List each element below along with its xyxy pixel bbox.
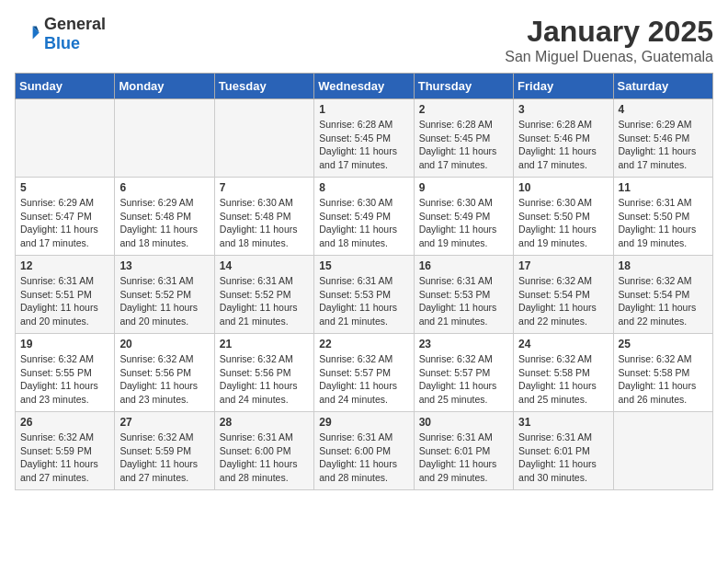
calendar-cell: 5Sunrise: 6:29 AM Sunset: 5:47 PM Daylig… (16, 178, 115, 256)
day-info: Sunrise: 6:31 AM Sunset: 5:52 PM Dayligh… (119, 274, 209, 328)
day-number: 28 (220, 416, 309, 429)
day-number: 10 (518, 181, 608, 194)
calendar-cell: 26Sunrise: 6:32 AM Sunset: 5:59 PM Dayli… (16, 412, 115, 490)
calendar-cell: 23Sunrise: 6:32 AM Sunset: 5:57 PM Dayli… (414, 334, 513, 412)
day-info: Sunrise: 6:31 AM Sunset: 6:00 PM Dayligh… (319, 431, 408, 485)
title-area: January 2025 San Miguel Duenas, Guatemal… (505, 15, 713, 65)
day-info: Sunrise: 6:31 AM Sunset: 6:01 PM Dayligh… (419, 431, 508, 485)
day-number: 13 (119, 259, 209, 272)
day-number: 3 (518, 103, 608, 116)
month-title: January 2025 (505, 15, 713, 49)
day-number: 21 (220, 338, 309, 350)
day-info: Sunrise: 6:32 AM Sunset: 5:54 PM Dayligh… (518, 274, 608, 328)
day-info: Sunrise: 6:28 AM Sunset: 5:45 PM Dayligh… (319, 118, 408, 172)
week-row-2: 5Sunrise: 6:29 AM Sunset: 5:47 PM Daylig… (16, 178, 713, 256)
day-info: Sunrise: 6:32 AM Sunset: 5:54 PM Dayligh… (619, 274, 708, 328)
day-info: Sunrise: 6:32 AM Sunset: 5:59 PM Dayligh… (119, 431, 209, 485)
calendar-cell: 20Sunrise: 6:32 AM Sunset: 5:56 PM Dayli… (115, 334, 214, 412)
day-info: Sunrise: 6:31 AM Sunset: 5:50 PM Dayligh… (619, 196, 708, 250)
calendar-cell: 7Sunrise: 6:30 AM Sunset: 5:48 PM Daylig… (214, 178, 313, 256)
day-number: 9 (419, 181, 508, 194)
day-info: Sunrise: 6:30 AM Sunset: 5:49 PM Dayligh… (419, 196, 508, 250)
day-header-wednesday: Wednesday (314, 74, 414, 99)
week-row-4: 19Sunrise: 6:32 AM Sunset: 5:55 PM Dayli… (16, 334, 713, 412)
day-info: Sunrise: 6:29 AM Sunset: 5:46 PM Dayligh… (619, 118, 708, 172)
day-info: Sunrise: 6:32 AM Sunset: 5:56 PM Dayligh… (220, 352, 309, 407)
day-info: Sunrise: 6:29 AM Sunset: 5:48 PM Dayligh… (119, 196, 209, 250)
calendar-cell: 10Sunrise: 6:30 AM Sunset: 5:50 PM Dayli… (514, 178, 613, 256)
day-number: 14 (220, 259, 309, 272)
calendar-cell (613, 412, 712, 490)
day-header-thursday: Thursday (414, 74, 513, 99)
logo: General Blue (15, 15, 106, 53)
calendar-cell: 18Sunrise: 6:32 AM Sunset: 5:54 PM Dayli… (613, 256, 712, 334)
day-header-saturday: Saturday (613, 74, 712, 99)
day-info: Sunrise: 6:32 AM Sunset: 5:58 PM Dayligh… (619, 352, 708, 407)
day-number: 23 (419, 338, 508, 350)
calendar-cell: 6Sunrise: 6:29 AM Sunset: 5:48 PM Daylig… (115, 178, 214, 256)
calendar-cell: 8Sunrise: 6:30 AM Sunset: 5:49 PM Daylig… (314, 178, 414, 256)
day-info: Sunrise: 6:31 AM Sunset: 5:52 PM Dayligh… (220, 274, 309, 328)
day-number: 12 (20, 259, 109, 272)
calendar-cell: 17Sunrise: 6:32 AM Sunset: 5:54 PM Dayli… (514, 256, 613, 334)
calendar-cell: 22Sunrise: 6:32 AM Sunset: 5:57 PM Dayli… (314, 334, 414, 412)
day-number: 17 (518, 259, 608, 272)
day-header-tuesday: Tuesday (214, 74, 313, 99)
day-info: Sunrise: 6:31 AM Sunset: 6:00 PM Dayligh… (220, 431, 309, 485)
day-number: 20 (119, 338, 209, 350)
calendar-cell: 29Sunrise: 6:31 AM Sunset: 6:00 PM Dayli… (314, 412, 414, 490)
calendar-cell: 3Sunrise: 6:28 AM Sunset: 5:46 PM Daylig… (514, 99, 613, 178)
day-number: 2 (419, 103, 508, 116)
day-number: 16 (419, 259, 508, 272)
day-info: Sunrise: 6:31 AM Sunset: 5:53 PM Dayligh… (319, 274, 408, 328)
calendar-cell: 14Sunrise: 6:31 AM Sunset: 5:52 PM Dayli… (214, 256, 313, 334)
calendar-cell (16, 99, 115, 178)
logo-general: General (44, 15, 106, 33)
calendar-cell: 31Sunrise: 6:31 AM Sunset: 6:01 PM Dayli… (514, 412, 613, 490)
day-number: 1 (319, 103, 408, 116)
day-info: Sunrise: 6:29 AM Sunset: 5:47 PM Dayligh… (20, 196, 109, 250)
week-row-3: 12Sunrise: 6:31 AM Sunset: 5:51 PM Dayli… (16, 256, 713, 334)
week-row-1: 1Sunrise: 6:28 AM Sunset: 5:45 PM Daylig… (16, 99, 713, 178)
page-header: General Blue January 2025 San Miguel Due… (15, 15, 713, 65)
calendar-cell: 16Sunrise: 6:31 AM Sunset: 5:53 PM Dayli… (414, 256, 513, 334)
day-info: Sunrise: 6:28 AM Sunset: 5:45 PM Dayligh… (419, 118, 508, 172)
day-info: Sunrise: 6:31 AM Sunset: 5:51 PM Dayligh… (20, 274, 109, 328)
logo-blue: Blue (44, 34, 80, 52)
day-info: Sunrise: 6:32 AM Sunset: 5:55 PM Dayligh… (20, 352, 109, 407)
day-number: 15 (319, 259, 408, 272)
calendar-cell: 28Sunrise: 6:31 AM Sunset: 6:00 PM Dayli… (214, 412, 313, 490)
day-number: 11 (619, 181, 708, 194)
logo-icon (15, 21, 40, 47)
day-number: 29 (319, 416, 408, 429)
calendar-cell: 1Sunrise: 6:28 AM Sunset: 5:45 PM Daylig… (314, 99, 414, 178)
calendar-cell: 9Sunrise: 6:30 AM Sunset: 5:49 PM Daylig… (414, 178, 513, 256)
day-number: 8 (319, 181, 408, 194)
day-header-friday: Friday (514, 74, 613, 99)
day-info: Sunrise: 6:32 AM Sunset: 5:58 PM Dayligh… (518, 352, 608, 407)
day-header-sunday: Sunday (16, 74, 115, 99)
day-number: 26 (20, 416, 109, 429)
calendar-cell (115, 99, 214, 178)
day-number: 6 (119, 181, 209, 194)
day-info: Sunrise: 6:32 AM Sunset: 5:57 PM Dayligh… (319, 352, 408, 407)
day-number: 22 (319, 338, 408, 350)
day-number: 7 (220, 181, 309, 194)
calendar-table: SundayMondayTuesdayWednesdayThursdayFrid… (15, 73, 713, 490)
calendar-cell: 27Sunrise: 6:32 AM Sunset: 5:59 PM Dayli… (115, 412, 214, 490)
day-info: Sunrise: 6:31 AM Sunset: 5:53 PM Dayligh… (419, 274, 508, 328)
day-info: Sunrise: 6:30 AM Sunset: 5:50 PM Dayligh… (518, 196, 608, 250)
day-number: 4 (619, 103, 708, 116)
day-number: 24 (518, 338, 608, 350)
calendar-cell: 2Sunrise: 6:28 AM Sunset: 5:45 PM Daylig… (414, 99, 513, 178)
location-title: San Miguel Duenas, Guatemala (505, 49, 713, 65)
calendar-cell: 13Sunrise: 6:31 AM Sunset: 5:52 PM Dayli… (115, 256, 214, 334)
day-info: Sunrise: 6:30 AM Sunset: 5:48 PM Dayligh… (220, 196, 309, 250)
day-number: 5 (20, 181, 109, 194)
day-info: Sunrise: 6:32 AM Sunset: 5:56 PM Dayligh… (119, 352, 209, 407)
day-info: Sunrise: 6:28 AM Sunset: 5:46 PM Dayligh… (518, 118, 608, 172)
day-number: 30 (419, 416, 508, 429)
day-headers-row: SundayMondayTuesdayWednesdayThursdayFrid… (16, 74, 713, 99)
calendar-cell: 12Sunrise: 6:31 AM Sunset: 5:51 PM Dayli… (16, 256, 115, 334)
calendar-cell: 21Sunrise: 6:32 AM Sunset: 5:56 PM Dayli… (214, 334, 313, 412)
